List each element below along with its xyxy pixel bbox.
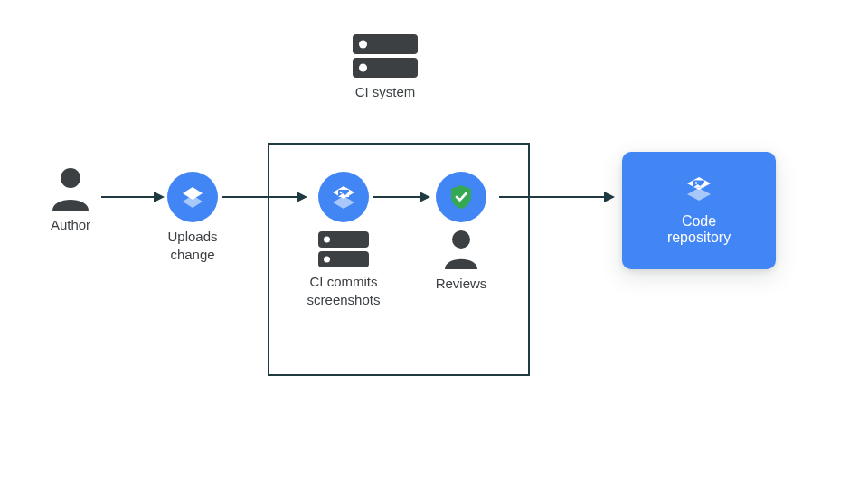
server-icon xyxy=(340,34,430,78)
svg-point-0 xyxy=(61,168,80,188)
ci-commit-label: CI commits screenshots xyxy=(307,273,381,310)
person-icon xyxy=(443,230,479,269)
svg-marker-2 xyxy=(183,195,203,208)
reviews-label: Reviews xyxy=(436,275,487,293)
repo-card: Code repository xyxy=(622,152,776,269)
ci-system-label: CI system xyxy=(340,83,430,101)
layers-picture-icon xyxy=(318,172,369,222)
reviews-node: Reviews xyxy=(416,172,506,293)
svg-point-10 xyxy=(695,182,698,184)
server-icon xyxy=(318,231,369,267)
svg-point-5 xyxy=(340,192,343,194)
author-label: Author xyxy=(34,216,107,234)
layers-icon xyxy=(167,172,218,222)
shield-check-icon xyxy=(436,172,486,222)
ci-system-node: CI system xyxy=(340,34,430,101)
svg-marker-6 xyxy=(333,196,354,209)
layers-picture-icon xyxy=(685,175,712,206)
upload-node: Uploads change xyxy=(152,172,233,265)
svg-marker-11 xyxy=(687,188,711,201)
person-icon xyxy=(34,167,107,211)
svg-point-7 xyxy=(452,230,470,249)
upload-label: Uploads change xyxy=(152,228,233,265)
author-node: Author xyxy=(34,167,107,234)
repo-label: Code repository xyxy=(667,213,731,246)
